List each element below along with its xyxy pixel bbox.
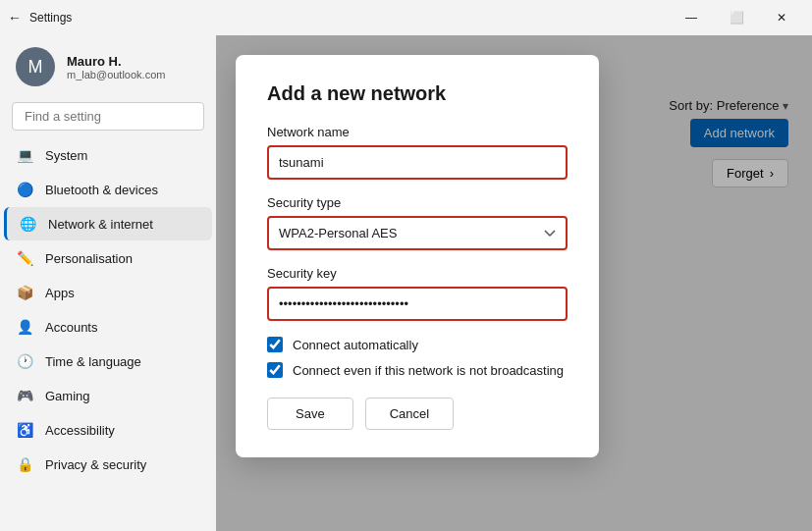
titlebar-controls: — ⬜ ✕ bbox=[669, 0, 804, 35]
avatar: M bbox=[16, 47, 55, 86]
network-icon: 🌐 bbox=[19, 215, 36, 233]
network-name-label: Network name bbox=[267, 125, 568, 139]
security-key-input[interactable] bbox=[267, 287, 568, 321]
security-key-label: Security key bbox=[267, 266, 568, 281]
security-type-label: Security type bbox=[267, 195, 568, 210]
dialog-overlay: Add a new network Network name Security … bbox=[216, 35, 812, 531]
connect-auto-row: Connect automatically bbox=[267, 337, 568, 352]
sidebar-item-label: Apps bbox=[45, 286, 75, 300]
save-button[interactable]: Save bbox=[267, 398, 353, 430]
apps-icon: 📦 bbox=[16, 284, 33, 301]
privacy-icon: 🔒 bbox=[16, 455, 33, 473]
gaming-icon: 🎮 bbox=[16, 387, 33, 404]
sidebar-item-accounts[interactable]: 👤 Accounts bbox=[4, 310, 212, 344]
sidebar-item-personalisation[interactable]: ✏️ Personalisation bbox=[4, 241, 212, 275]
system-icon: 💻 bbox=[16, 146, 33, 164]
sidebar-item-time[interactable]: 🕐 Time & language bbox=[4, 345, 212, 378]
close-button[interactable]: ✕ bbox=[759, 0, 804, 35]
time-icon: 🕐 bbox=[16, 352, 33, 370]
accessibility-icon: ♿ bbox=[16, 421, 33, 439]
user-info: Mauro H. m_lab@outlook.com bbox=[67, 54, 165, 80]
titlebar-title: Settings bbox=[29, 11, 72, 25]
user-name: Mauro H. bbox=[67, 54, 165, 69]
sidebar-item-label: Personalisation bbox=[45, 251, 133, 266]
sidebar: M Mauro H. m_lab@outlook.com 💻 System 🔵 … bbox=[0, 35, 216, 531]
user-email: m_lab@outlook.com bbox=[67, 69, 165, 80]
sidebar-nav: 💻 System 🔵 Bluetooth & devices 🌐 Network… bbox=[0, 138, 216, 481]
cancel-button[interactable]: Cancel bbox=[365, 398, 454, 430]
sidebar-item-bluetooth[interactable]: 🔵 Bluetooth & devices bbox=[4, 173, 212, 206]
connect-broadcast-checkbox[interactable] bbox=[267, 362, 283, 378]
titlebar-left: ← Settings bbox=[8, 10, 72, 26]
network-name-input[interactable] bbox=[267, 145, 568, 180]
sidebar-item-network[interactable]: 🌐 Network & internet bbox=[4, 207, 212, 240]
back-icon[interactable]: ← bbox=[8, 10, 22, 26]
sidebar-user[interactable]: M Mauro H. m_lab@outlook.com bbox=[0, 35, 216, 98]
accounts-icon: 👤 bbox=[16, 318, 33, 336]
connect-broadcast-row: Connect even if this network is not broa… bbox=[267, 362, 568, 378]
connect-broadcast-label: Connect even if this network is not broa… bbox=[293, 363, 564, 378]
sidebar-item-label: Network & internet bbox=[48, 217, 153, 232]
add-network-dialog: Add a new network Network name Security … bbox=[236, 55, 599, 457]
sidebar-item-gaming[interactable]: 🎮 Gaming bbox=[4, 379, 212, 412]
connect-auto-checkbox[interactable] bbox=[267, 337, 283, 352]
sidebar-item-privacy[interactable]: 🔒 Privacy & security bbox=[4, 448, 212, 481]
search-input[interactable] bbox=[12, 102, 204, 131]
personalisation-icon: ✏️ bbox=[16, 249, 33, 267]
minimize-button[interactable]: — bbox=[669, 0, 714, 35]
dialog-title: Add a new network bbox=[267, 82, 568, 105]
sidebar-item-label: Bluetooth & devices bbox=[45, 183, 158, 197]
bluetooth-icon: 🔵 bbox=[16, 181, 33, 198]
sidebar-item-accessibility[interactable]: ♿ Accessibility bbox=[4, 413, 212, 447]
titlebar: ← Settings — ⬜ ✕ bbox=[0, 0, 812, 35]
sidebar-item-system[interactable]: 💻 System bbox=[4, 138, 212, 172]
connect-auto-label: Connect automatically bbox=[293, 338, 418, 352]
content-area: own networks Sort by: Preference ▾ Filte… bbox=[216, 35, 812, 531]
sidebar-item-label: Accessibility bbox=[45, 423, 115, 438]
sidebar-item-label: Gaming bbox=[45, 389, 90, 403]
sidebar-item-label: System bbox=[45, 148, 87, 163]
main-layout: M Mauro H. m_lab@outlook.com 💻 System 🔵 … bbox=[0, 35, 812, 531]
sidebar-item-label: Accounts bbox=[45, 320, 97, 335]
maximize-button[interactable]: ⬜ bbox=[714, 0, 759, 35]
sidebar-item-label: Privacy & security bbox=[45, 457, 146, 472]
sidebar-item-label: Time & language bbox=[45, 354, 141, 369]
sidebar-item-apps[interactable]: 📦 Apps bbox=[4, 276, 212, 309]
security-type-select[interactable]: WPA2-Personal AES Open WEP WPA3-Personal… bbox=[267, 216, 568, 250]
dialog-actions: Save Cancel bbox=[267, 398, 568, 430]
